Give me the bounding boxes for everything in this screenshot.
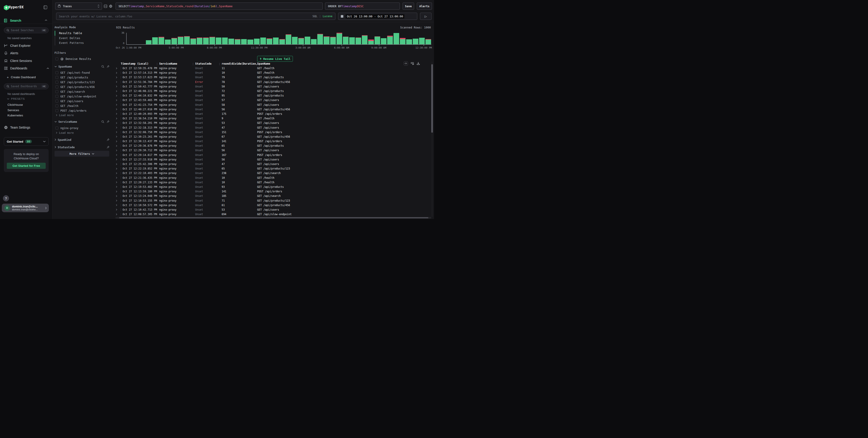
checkbox[interactable] bbox=[55, 104, 58, 107]
denoise-results-checkbox[interactable]: Denoise Results bbox=[55, 57, 91, 61]
table-row[interactable]: Oct 27 12:30:23.261 PM nginx-proxy Unset… bbox=[111, 134, 434, 139]
more-filters-button[interactable]: More filters bbox=[55, 151, 109, 157]
row-expand-icon[interactable] bbox=[115, 81, 121, 83]
checkbox[interactable] bbox=[55, 100, 58, 103]
row-expand-icon[interactable] bbox=[115, 76, 121, 78]
column-resize-handle[interactable]: ⋮ bbox=[192, 63, 194, 65]
table-row[interactable]: Oct 27 12:44:10.832 PM nginx-proxy Unset… bbox=[111, 93, 434, 98]
table-row[interactable]: Oct 27 12:10:42.713 PM nginx-proxy Unset… bbox=[111, 207, 434, 212]
row-expand-icon[interactable] bbox=[115, 149, 121, 151]
table-row[interactable]: Oct 27 12:22:19.852 PM nginx-proxy Unset… bbox=[111, 166, 434, 171]
column-header-statuscode[interactable]: StatusCode⋮ bbox=[195, 62, 222, 65]
filter-checkbox-item[interactable]: nginx-proxy bbox=[55, 126, 111, 130]
filter-checkbox-item[interactable]: GET /api/products bbox=[55, 75, 111, 80]
table-row[interactable]: Oct 27 12:41:23.754 PM nginx-proxy Unset… bbox=[111, 103, 434, 107]
table-row[interactable]: Oct 27 12:10:53.155 PM nginx-proxy Unset… bbox=[111, 198, 434, 203]
filter-checkbox-item[interactable]: GET /api/users bbox=[55, 99, 111, 103]
resume-live-tail-button[interactable]: Resume Live Tail bbox=[257, 56, 293, 62]
saved-dashboards-field[interactable] bbox=[11, 85, 40, 88]
table-row[interactable]: Oct 27 12:50:42.777 PM nginx-proxy Unset… bbox=[111, 84, 434, 89]
checkbox[interactable] bbox=[55, 90, 58, 93]
table-row[interactable]: Oct 27 12:13:24.048 PM nginx-proxy Unset… bbox=[111, 194, 434, 198]
code-editor-icon[interactable] bbox=[104, 4, 107, 8]
row-expand-icon[interactable] bbox=[115, 191, 121, 193]
table-row[interactable]: Oct 27 12:29:14.817 PM nginx-proxy Unset… bbox=[111, 153, 434, 157]
table-row[interactable]: Oct 27 12:21:36.435 PM nginx-proxy Unset… bbox=[111, 176, 434, 180]
row-expand-icon[interactable] bbox=[115, 90, 121, 92]
row-expand-icon[interactable] bbox=[115, 186, 121, 188]
row-expand-icon[interactable] bbox=[115, 172, 121, 174]
sql-select-editor[interactable]: SELECT Timestamp,ServiceName,StatusCode,… bbox=[116, 2, 323, 10]
row-expand-icon[interactable] bbox=[115, 86, 121, 88]
column-header-duration[interactable]: round(divide(Duration,⋮ bbox=[222, 62, 257, 65]
table-row[interactable]: Oct 27 12:57:14.313 PM nginx-proxy Unset… bbox=[111, 70, 434, 75]
analysis-mode-option[interactable]: Event Deltas bbox=[55, 36, 104, 41]
table-row[interactable]: Oct 27 12:40:20.093 PM nginx-proxy Unset… bbox=[111, 112, 434, 116]
column-resize-handle[interactable]: ⋮ bbox=[254, 63, 256, 65]
row-expand-icon[interactable] bbox=[115, 204, 121, 206]
saved-searches-field[interactable] bbox=[11, 29, 40, 32]
row-expand-icon[interactable] bbox=[115, 136, 121, 138]
results-histogram[interactable]: 36 0 Oct 26 1:00:00 PM5:00:00 PM8:00:00 … bbox=[115, 32, 432, 49]
sidebar-item-alerts[interactable]: Alerts bbox=[0, 49, 53, 57]
pin-icon[interactable] bbox=[106, 138, 110, 141]
gear-icon[interactable] bbox=[109, 4, 113, 8]
table-row[interactable]: Oct 27 12:53:17.623 PM nginx-proxy Unset… bbox=[111, 75, 434, 79]
row-expand-icon[interactable] bbox=[115, 131, 121, 133]
row-expand-icon[interactable] bbox=[115, 117, 121, 120]
table-row[interactable]: Oct 27 12:13:59.180 PM nginx-proxy Unset… bbox=[111, 189, 434, 194]
mode-sql[interactable]: SQL bbox=[313, 15, 317, 18]
analysis-mode-option[interactable]: Results Table bbox=[55, 31, 104, 36]
row-expand-icon[interactable] bbox=[115, 127, 121, 129]
vertical-scrollbar-thumb[interactable] bbox=[431, 64, 433, 133]
horizontal-scrollbar-thumb[interactable] bbox=[119, 217, 428, 218]
row-expand-icon[interactable] bbox=[115, 200, 121, 202]
table-row[interactable]: Oct 27 12:19:53.482 PM nginx-proxy Unset… bbox=[111, 184, 434, 189]
sidebar-item-dashboards[interactable]: Dashboards bbox=[0, 65, 53, 72]
table-row[interactable]: Oct 27 12:10:50.572 PM nginx-proxy Unset… bbox=[111, 203, 434, 207]
filter-checkbox-item[interactable]: GET /api/search bbox=[55, 89, 111, 94]
user-account-chip[interactable]: D dominic.tran@clic... dominic.tran@clic… bbox=[2, 204, 49, 212]
table-row[interactable]: Oct 27 12:36:54.210 PM nginx-proxy Unset… bbox=[111, 116, 434, 121]
table-row[interactable]: Oct 27 12:20:27.133 PM nginx-proxy Unset… bbox=[111, 180, 434, 184]
row-expand-icon[interactable] bbox=[115, 163, 121, 165]
sidebar-item-search[interactable]: Search bbox=[0, 18, 53, 24]
event-search-bar[interactable]: SQL | Lucene bbox=[56, 13, 335, 20]
create-dashboard-button[interactable]: + Create Dashboard bbox=[0, 75, 53, 80]
row-expand-icon[interactable] bbox=[115, 67, 121, 69]
order-by-editor[interactable]: ORDER BY Timestamp DESC bbox=[325, 2, 400, 10]
column-resize-handle[interactable]: ⋮ bbox=[218, 63, 221, 65]
row-expand-icon[interactable] bbox=[115, 145, 121, 147]
row-expand-icon[interactable] bbox=[115, 154, 121, 156]
checkbox[interactable] bbox=[55, 76, 58, 79]
row-expand-icon[interactable] bbox=[115, 113, 121, 115]
saved-dashboards-input[interactable]: ⌘K bbox=[4, 83, 49, 89]
filter-checkbox-item[interactable]: POST /api/orders bbox=[55, 108, 111, 113]
analysis-mode-option[interactable]: Event Patterns bbox=[55, 40, 104, 45]
table-row[interactable]: Oct 27 12:51:36.784 PM nginx-proxy Error… bbox=[111, 80, 434, 84]
sidebar-preset-item[interactable]: Kubernetes bbox=[0, 113, 53, 118]
checkbox[interactable] bbox=[55, 81, 58, 83]
horizontal-scrollbar-track[interactable] bbox=[115, 217, 431, 218]
checkbox[interactable] bbox=[55, 86, 58, 88]
row-expand-icon[interactable] bbox=[115, 108, 121, 110]
row-expand-icon[interactable] bbox=[115, 140, 121, 142]
row-expand-icon[interactable] bbox=[115, 95, 121, 97]
row-expand-icon[interactable] bbox=[115, 72, 121, 74]
sidebar-item-chart-explorer[interactable]: Chart Explorer bbox=[0, 42, 53, 49]
pin-icon[interactable] bbox=[106, 65, 110, 68]
table-row[interactable]: Oct 27 12:30:13.437 PM nginx-proxy Unset… bbox=[111, 139, 434, 143]
table-row[interactable]: Oct 27 12:40:27.016 PM nginx-proxy Unset… bbox=[111, 107, 434, 112]
help-button[interactable]: ? bbox=[3, 195, 9, 201]
row-expand-icon[interactable] bbox=[115, 195, 121, 197]
checkbox[interactable] bbox=[55, 71, 58, 74]
event-search-input[interactable] bbox=[59, 15, 310, 18]
servicename-load-more[interactable]: Load more bbox=[56, 130, 74, 135]
chevron-up-icon[interactable] bbox=[45, 20, 47, 21]
sidebar-preset-item[interactable]: Services bbox=[0, 108, 53, 113]
pin-icon[interactable] bbox=[106, 120, 110, 123]
checkbox[interactable] bbox=[55, 58, 58, 60]
search-icon[interactable] bbox=[101, 65, 104, 68]
sidebar-item-team-settings[interactable]: Team Settings bbox=[0, 125, 53, 130]
sidebar-item-client-sessions[interactable]: Client Sessions bbox=[0, 57, 53, 65]
